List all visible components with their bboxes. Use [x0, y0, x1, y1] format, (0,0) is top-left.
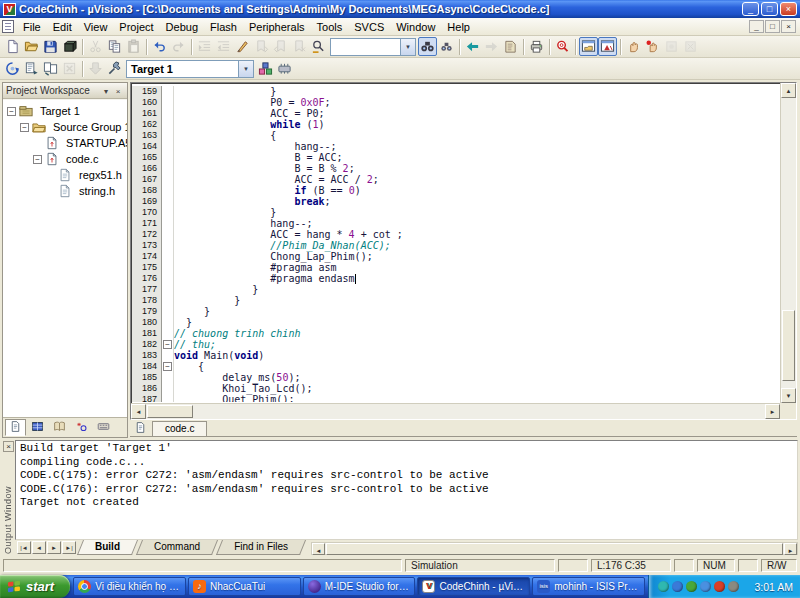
scroll-right-icon[interactable]: ► — [765, 404, 780, 419]
output-scroll-thumb[interactable] — [326, 543, 783, 555]
project-workspace-toggle-button[interactable] — [579, 37, 598, 56]
configure-flash-button[interactable] — [275, 59, 294, 78]
menu-svcs[interactable]: SVCS — [348, 19, 390, 35]
output-window-toggle-button[interactable] — [598, 37, 617, 56]
code-line[interactable]: 169 break; — [132, 196, 779, 207]
code-line[interactable]: 176 #pragma endasm — [132, 273, 779, 284]
zoom-button[interactable] — [553, 37, 572, 56]
output-horizontal-scrollbar[interactable]: ◄ ► — [311, 542, 798, 555]
files-tab-button[interactable] — [5, 419, 26, 436]
open-file-button[interactable] — [22, 37, 41, 56]
regs-tab-button[interactable] — [27, 419, 48, 436]
tray-app-icon-6[interactable] — [728, 581, 739, 592]
code-line[interactable]: 186 Khoi_Tao_Lcd(); — [132, 383, 779, 394]
menu-project[interactable]: Project — [113, 19, 159, 35]
tray-app-icon-3[interactable] — [686, 581, 697, 592]
tray-app-icon-1[interactable] — [658, 581, 669, 592]
close-button[interactable]: × — [780, 2, 797, 16]
build-output-text[interactable]: Build target 'Target 1'compiling code.c.… — [15, 440, 798, 540]
taskbar-button-codechinh-vision3[interactable]: CodeChinh - µVision3... — [417, 577, 530, 596]
code-line[interactable]: 175 #pragma asm — [132, 262, 779, 273]
code-line[interactable]: 167 ACC = ACC / 2; — [132, 174, 779, 185]
scroll-down-icon[interactable]: ▼ — [781, 388, 796, 403]
taskbar-button-m-ide-studio-for-mcs[interactable]: M-IDE Studio for MCS... — [303, 577, 416, 596]
paste-button[interactable] — [124, 37, 143, 56]
tray-app-icon-5[interactable] — [714, 581, 725, 592]
build-button[interactable] — [22, 59, 41, 78]
code-line[interactable]: 182−// thu; — [132, 339, 779, 350]
tree-item-regx51-h[interactable]: regx51.h — [3, 167, 127, 183]
tree-item-string-h[interactable]: string.h — [3, 183, 127, 199]
taskbar-button-vi-i-u-khi-n-h-8051[interactable]: Vi điều khiển họ 8051 ... — [73, 577, 186, 596]
taskbar-button-nhaccuatui[interactable]: NhacCuaTui — [188, 577, 301, 596]
mdi-restore-button[interactable]: □ — [765, 20, 780, 33]
code-line[interactable]: 180 } — [132, 317, 779, 328]
scroll-up-icon[interactable]: ▲ — [781, 83, 796, 98]
kill-breakpoints-button[interactable] — [681, 37, 700, 56]
clear-bookmarks-button[interactable] — [290, 37, 309, 56]
code-line[interactable]: 183void Main(void) — [132, 350, 779, 361]
find-combobox[interactable]: ▼ — [330, 38, 416, 56]
workspace-header[interactable]: Project Workspace ▾× — [3, 83, 127, 99]
tree-item-source-group-1[interactable]: −Source Group 1 — [3, 119, 127, 135]
tree-expander-icon[interactable]: − — [33, 155, 42, 164]
start-button[interactable]: start — [0, 575, 70, 598]
output-tab-scroll-button-3[interactable]: ► — [47, 541, 61, 554]
device-database-button[interactable] — [60, 37, 79, 56]
code-line[interactable]: 179 } — [132, 306, 779, 317]
vertical-scroll-thumb[interactable] — [782, 310, 795, 380]
find-button[interactable] — [437, 37, 456, 56]
books-tab-button[interactable] — [49, 419, 70, 436]
tree-item-code-c[interactable]: −code.c — [3, 151, 127, 167]
code-line[interactable]: 184− { — [132, 361, 779, 372]
code-line[interactable]: 173 //Phim_Da_Nhan(ACC); — [132, 240, 779, 251]
output-tab-scroll-button-4[interactable]: ►| — [62, 541, 76, 554]
title-bar[interactable]: V CodeChinh - µVision3 - [C:\Documents a… — [0, 0, 800, 18]
download-flash-button[interactable] — [86, 59, 105, 78]
menu-view[interactable]: View — [78, 19, 114, 35]
find-in-files-button[interactable] — [418, 37, 437, 56]
undo-button[interactable] — [150, 37, 169, 56]
output-tab-command[interactable]: Command — [139, 540, 215, 555]
horizontal-scroll-thumb[interactable] — [147, 405, 193, 418]
translate-button[interactable] — [3, 59, 22, 78]
find-next-button[interactable] — [309, 37, 328, 56]
tree-expander-icon[interactable]: − — [7, 107, 16, 116]
scroll-left-icon[interactable]: ◄ — [312, 543, 325, 555]
editor-horizontal-scrollbar[interactable]: ◄ ► — [131, 403, 780, 419]
menu-debug[interactable]: Debug — [160, 19, 204, 35]
mdi-minimize-button[interactable]: _ — [749, 20, 764, 33]
output-tab-scroll-button-2[interactable]: ◄ — [32, 541, 46, 554]
target-select-combobox[interactable]: Target 1▼ — [126, 60, 254, 78]
output-tab-scroll-button-1[interactable]: |◄ — [17, 541, 31, 554]
code-line[interactable]: 171 hang--; — [132, 218, 779, 229]
code-line[interactable]: 166 B = B % 2; — [132, 163, 779, 174]
menu-window[interactable]: Window — [390, 19, 441, 35]
mdi-close-button[interactable]: × — [781, 20, 796, 33]
minimize-button[interactable]: _ — [742, 2, 759, 16]
indent-button[interactable] — [195, 37, 214, 56]
code-line[interactable]: 187 Quet_Phim(); — [132, 394, 779, 402]
workspace-close-button[interactable]: × — [112, 85, 124, 97]
menu-flash[interactable]: Flash — [204, 19, 243, 35]
code-line[interactable]: 174 Chong_Lap_Phim(); — [132, 251, 779, 262]
save-button[interactable] — [41, 37, 60, 56]
code-line[interactable]: 168 if (B == 0) — [132, 185, 779, 196]
code-line[interactable]: 170 } — [132, 207, 779, 218]
tray-app-icon-2[interactable] — [672, 581, 683, 592]
target-options-button[interactable] — [105, 59, 124, 78]
code-line[interactable]: 164 hang--; — [132, 141, 779, 152]
editor-vertical-scrollbar[interactable]: ▲ ▼ — [780, 83, 796, 403]
new-file-button[interactable] — [3, 37, 22, 56]
code-line[interactable]: 161 ACC = P0; — [132, 108, 779, 119]
templates-tab-button[interactable] — [93, 419, 114, 436]
code-line[interactable]: 177 } — [132, 284, 779, 295]
fold-collapse-icon[interactable]: − — [163, 340, 172, 349]
code-editor[interactable]: 159 }160 P0 = 0x0F;161 ACC = P0;162 whil… — [132, 84, 779, 402]
cut-button[interactable] — [86, 37, 105, 56]
unindent-button[interactable] — [214, 37, 233, 56]
back-button[interactable] — [463, 37, 482, 56]
code-line[interactable]: 178 } — [132, 295, 779, 306]
tree-item-startup-a51[interactable]: STARTUP.A51 — [3, 135, 127, 151]
menu-tools[interactable]: Tools — [311, 19, 349, 35]
